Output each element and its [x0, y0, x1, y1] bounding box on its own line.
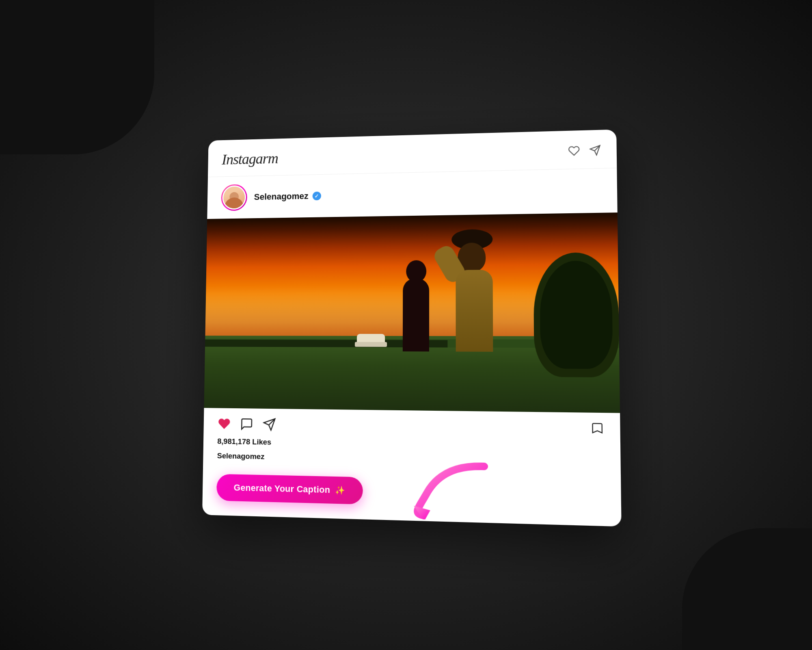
username-row: Selenagomez ✓: [254, 191, 321, 202]
sunset-scene: [204, 212, 620, 413]
save-button[interactable]: [590, 422, 605, 436]
send-outline-icon[interactable]: [589, 144, 602, 156]
generate-caption-button[interactable]: Generate Your Caption ✨: [216, 474, 363, 504]
profile-row: Selenagomez ✓: [207, 168, 617, 219]
couple-silhouette: [378, 237, 518, 352]
tree-right: [533, 252, 620, 386]
avatar-wrap[interactable]: [221, 184, 247, 211]
arrow-indicator: [410, 461, 493, 521]
heart-outline-icon[interactable]: [568, 144, 580, 157]
instagram-card: Instagarm Selenagomez ✓: [202, 129, 622, 526]
p1-body: [403, 278, 429, 351]
sparkle-icon: ✨: [335, 485, 345, 495]
action-left: [218, 417, 276, 431]
app-logo: Instagarm: [222, 150, 278, 168]
comment-button[interactable]: [240, 417, 253, 431]
like-button[interactable]: [218, 417, 231, 431]
tree-foliage: [533, 252, 620, 377]
avatar: [222, 185, 246, 209]
username[interactable]: Selenagomez: [254, 191, 309, 202]
p2-body: [456, 269, 493, 351]
share-button[interactable]: [263, 417, 276, 431]
post-image: [204, 212, 620, 413]
person2: [443, 237, 518, 352]
verified-badge: ✓: [312, 191, 321, 200]
generate-caption-label: Generate Your Caption: [233, 482, 330, 495]
header-icons: [568, 144, 601, 157]
avatar-face: [223, 186, 245, 208]
